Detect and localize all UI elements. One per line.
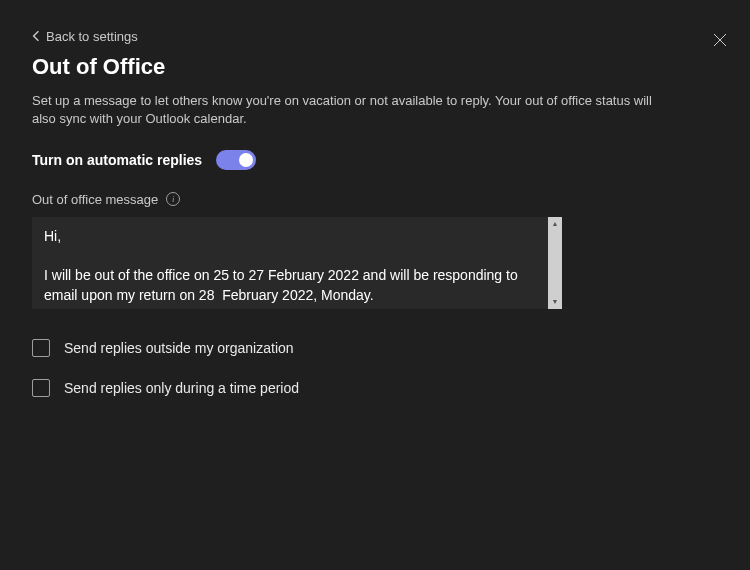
out-of-office-message-textarea[interactable]: Hi, I will be out of the office on 25 to… — [32, 217, 562, 309]
toggle-knob — [239, 153, 253, 167]
page-description: Set up a message to let others know you'… — [32, 92, 672, 128]
time-period-checkbox-row: Send replies only during a time period — [32, 379, 718, 397]
outside-org-checkbox-label: Send replies outside my organization — [64, 340, 294, 356]
message-field-label: Out of office message — [32, 192, 158, 207]
time-period-checkbox[interactable] — [32, 379, 50, 397]
textarea-content: Hi, I will be out of the office on 25 to… — [32, 217, 548, 309]
scroll-down-icon[interactable]: ▼ — [548, 295, 562, 309]
close-button[interactable] — [708, 28, 732, 52]
scrollbar[interactable]: ▲ ▼ — [548, 217, 562, 309]
close-icon — [713, 33, 727, 47]
automatic-replies-toggle-row: Turn on automatic replies — [32, 150, 718, 170]
message-field-label-row: Out of office message i — [32, 192, 718, 207]
outside-org-checkbox-row: Send replies outside my organization — [32, 339, 718, 357]
back-to-settings-link[interactable]: Back to settings — [32, 29, 138, 44]
time-period-checkbox-label: Send replies only during a time period — [64, 380, 299, 396]
page-title: Out of Office — [32, 54, 718, 80]
automatic-replies-toggle[interactable] — [216, 150, 256, 170]
outside-org-checkbox[interactable] — [32, 339, 50, 357]
back-link-label: Back to settings — [46, 29, 138, 44]
info-icon[interactable]: i — [166, 192, 180, 206]
scroll-up-icon[interactable]: ▲ — [548, 217, 562, 231]
automatic-replies-toggle-label: Turn on automatic replies — [32, 152, 202, 168]
chevron-left-icon — [32, 30, 40, 42]
